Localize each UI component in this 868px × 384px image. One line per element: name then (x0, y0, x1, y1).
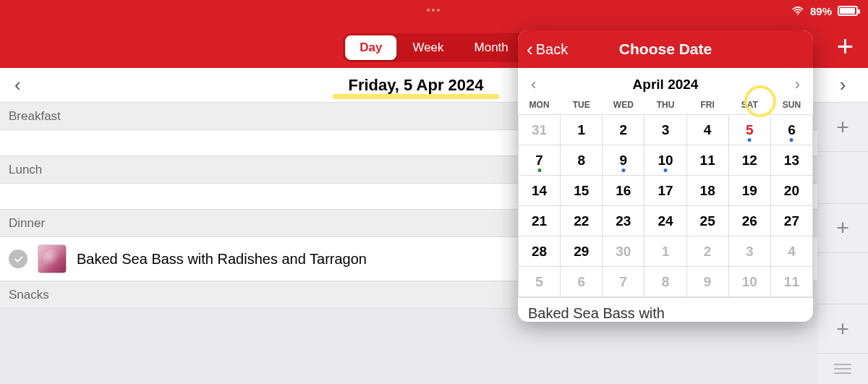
segment-day[interactable]: Day (345, 35, 396, 60)
prev-day-button[interactable]: ‹ (14, 74, 29, 96)
right-sidebar: › + + + (817, 68, 868, 384)
calendar-day[interactable]: 19 (728, 176, 770, 206)
choose-date-popover: ‹ Back Choose Date ‹ April 2024 › MONTUE… (518, 30, 813, 322)
dow-label: THU (644, 97, 686, 115)
dow-label: SAT (728, 97, 770, 115)
calendar-day[interactable]: 3 (728, 236, 770, 267)
calendar-day[interactable]: 14 (519, 176, 561, 206)
spacer (817, 253, 868, 305)
status-bar: 89% (791, 4, 858, 17)
calendar-day[interactable]: 27 (770, 206, 812, 236)
calendar-day[interactable]: 24 (644, 206, 686, 236)
calendar-day[interactable]: 25 (686, 206, 728, 236)
calendar-day[interactable]: 6 (770, 115, 812, 145)
dow-label: WED (603, 97, 644, 115)
calendar-day[interactable]: 1 (644, 236, 686, 267)
calendar-day[interactable]: 16 (603, 176, 644, 206)
drag-handle-icon[interactable]: ••• (427, 4, 442, 16)
dow-label: FRI (686, 97, 728, 115)
add-lunch-button[interactable]: + (817, 204, 868, 253)
calendar-day[interactable]: 10 (644, 145, 686, 176)
prev-month-button[interactable]: ‹ (525, 72, 542, 97)
date-label-text: Friday, 5 Apr 2024 (348, 76, 483, 94)
calendar-day[interactable]: 15 (561, 176, 603, 206)
calendar-day[interactable]: 26 (728, 206, 770, 236)
calendar-day[interactable]: 2 (603, 115, 644, 145)
calendar-day[interactable]: 22 (561, 206, 603, 236)
battery-icon (838, 6, 858, 16)
calendar-day[interactable]: 9 (686, 267, 728, 297)
calendar-grid: MONTUEWEDTHUFRISATSUN 311234567891011121… (518, 97, 813, 297)
calendar-nav: ‹ April 2024 › (518, 68, 813, 97)
event-dot-icon (621, 168, 625, 172)
calendar-day[interactable]: 9 (603, 145, 644, 176)
popover-header: ‹ Back Choose Date (518, 30, 813, 68)
event-dot-icon (663, 168, 667, 172)
annotation-highlight (333, 94, 499, 99)
calendar-day[interactable]: 4 (770, 236, 812, 267)
popover-footer-preview: Baked Sea Bass with (518, 297, 813, 322)
calendar-day[interactable]: 31 (519, 115, 561, 145)
calendar-day[interactable]: 18 (686, 176, 728, 206)
wifi-icon (791, 4, 804, 17)
reorder-handle-icon[interactable] (817, 354, 868, 384)
calendar-day[interactable]: 29 (561, 236, 603, 267)
calendar-day[interactable]: 12 (728, 145, 770, 176)
add-button[interactable]: + (837, 32, 854, 61)
calendar-day[interactable]: 13 (770, 145, 812, 176)
svg-point-0 (797, 14, 799, 15)
calendar-day[interactable]: 21 (519, 206, 561, 236)
calendar-day[interactable]: 11 (770, 267, 812, 297)
spacer (817, 152, 868, 204)
calendar-day[interactable]: 17 (644, 176, 686, 206)
calendar-day[interactable]: 4 (686, 115, 728, 145)
calendar-day[interactable]: 5 (519, 267, 561, 297)
meal-thumbnail (38, 244, 67, 273)
calendar-day[interactable]: 23 (603, 206, 644, 236)
dow-label: MON (519, 97, 561, 115)
popover-back-button[interactable]: ‹ Back (518, 40, 576, 59)
calendar-day[interactable]: 20 (770, 176, 812, 206)
calendar-day[interactable]: 8 (561, 145, 603, 176)
meal-name: Baked Sea Bass with Radishes and Tarrago… (77, 251, 367, 268)
view-segmented-control[interactable]: Day Week Month (343, 33, 525, 62)
add-breakfast-button[interactable]: + (817, 103, 868, 152)
battery-percent: 89% (810, 5, 832, 17)
add-dinner-button[interactable]: + (817, 304, 868, 354)
calendar-day[interactable]: 8 (644, 267, 686, 297)
check-icon[interactable] (9, 249, 27, 268)
month-label: April 2024 (633, 77, 699, 93)
calendar-day[interactable]: 28 (519, 236, 561, 267)
next-month-button[interactable]: › (789, 72, 806, 97)
calendar-day[interactable]: 2 (686, 236, 728, 267)
calendar-day[interactable]: 30 (603, 236, 644, 267)
dow-label: TUE (561, 97, 603, 115)
calendar-day[interactable]: 5 (728, 115, 770, 145)
event-dot-icon (748, 138, 752, 142)
chevron-left-icon: ‹ (527, 40, 533, 59)
calendar-day[interactable]: 10 (728, 267, 770, 297)
calendar-day[interactable]: 6 (561, 267, 603, 297)
dow-label: SUN (770, 97, 812, 115)
calendar-day[interactable]: 1 (561, 115, 603, 145)
segment-month[interactable]: Month (460, 35, 523, 60)
next-day-button[interactable]: › (817, 68, 868, 103)
back-label: Back (536, 41, 568, 58)
calendar-day[interactable]: 7 (519, 145, 561, 176)
calendar-day[interactable]: 3 (644, 115, 686, 145)
event-dot-icon (537, 168, 541, 172)
segment-week[interactable]: Week (398, 35, 458, 60)
event-dot-icon (790, 138, 793, 142)
calendar-day[interactable]: 11 (686, 145, 728, 176)
calendar-day[interactable]: 7 (603, 267, 644, 297)
